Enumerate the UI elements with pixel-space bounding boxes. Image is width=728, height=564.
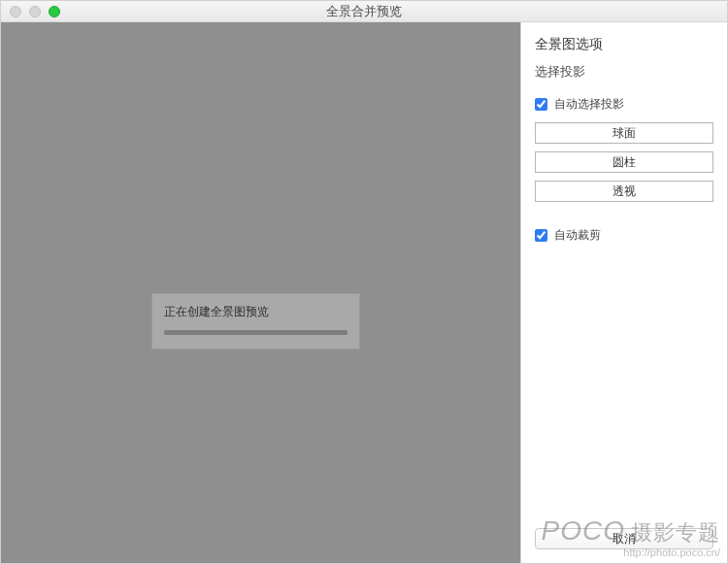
options-panel: 全景图选项 选择投影 自动选择投影 球面 圆柱 透视 自动裁剪 取消 <box>520 22 727 563</box>
titlebar: 全景合并预览 <box>1 1 727 22</box>
close-icon <box>10 6 21 17</box>
progress-overlay: 正在创建全景图预览 <box>151 293 360 349</box>
panel-footer: 取消 <box>535 528 713 549</box>
progress-label: 正在创建全景图预览 <box>164 304 347 320</box>
minimize-icon <box>29 6 41 17</box>
projection-perspective-button[interactable]: 透视 <box>535 181 713 202</box>
auto-crop-input[interactable] <box>535 229 547 242</box>
window-body: 正在创建全景图预览 全景图选项 选择投影 自动选择投影 球面 圆柱 透视 自动裁… <box>1 22 727 563</box>
cancel-button[interactable]: 取消 <box>535 528 713 549</box>
auto-select-projection-checkbox[interactable]: 自动选择投影 <box>535 96 713 113</box>
auto-select-projection-label: 自动选择投影 <box>554 96 624 113</box>
panel-subheading: 选择投影 <box>535 63 713 81</box>
preview-area: 正在创建全景图预览 <box>1 22 520 563</box>
progress-bar <box>164 330 347 335</box>
window-title: 全景合并预览 <box>1 3 727 20</box>
projection-cylindrical-button[interactable]: 圆柱 <box>535 151 713 173</box>
auto-select-projection-input[interactable] <box>535 98 547 111</box>
auto-crop-checkbox[interactable]: 自动裁剪 <box>535 227 713 244</box>
traffic-lights <box>10 6 60 17</box>
panel-heading: 全景图选项 <box>535 36 713 53</box>
projection-spherical-button[interactable]: 球面 <box>535 122 713 144</box>
panorama-merge-preview-window: 全景合并预览 正在创建全景图预览 全景图选项 选择投影 自动选择投影 球面 圆柱… <box>0 0 728 564</box>
auto-crop-label: 自动裁剪 <box>554 227 601 244</box>
zoom-icon[interactable] <box>49 6 60 17</box>
